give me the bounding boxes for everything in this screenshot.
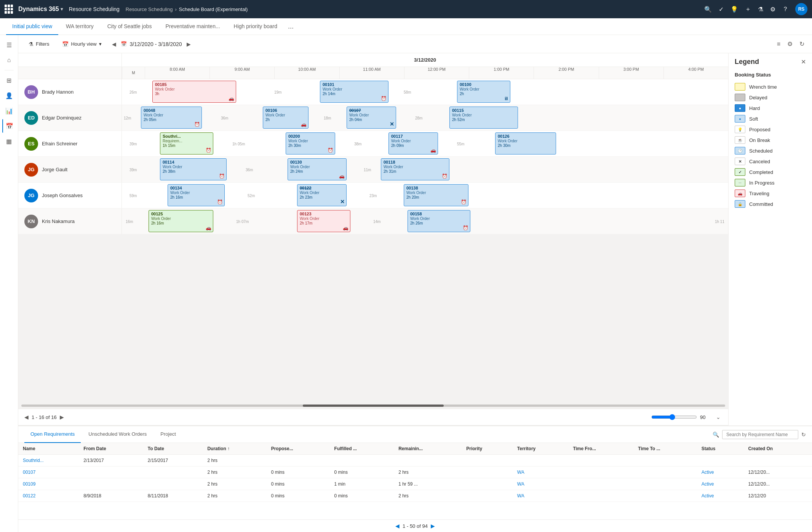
- col-header-todate[interactable]: To Date: [143, 443, 203, 455]
- col-header-fulfilled[interactable]: Fulfilled ...: [330, 443, 394, 455]
- add-icon[interactable]: ＋: [745, 5, 751, 13]
- row-status-3[interactable]: Active: [702, 493, 714, 499]
- tab-city-seattle[interactable]: City of Seattle jobs: [101, 18, 158, 35]
- legend-label-delayed: Delayed: [749, 95, 767, 100]
- time-slot-1pm: 1:00 PM: [469, 67, 534, 79]
- left-sidebar: ☰ ⌂ ⊞ 👤 📊 📅 ▦: [0, 35, 18, 532]
- gap-joseph-1: 59m: [129, 193, 137, 198]
- col-header-fromdate[interactable]: From Date: [79, 443, 143, 455]
- col-header-remaining[interactable]: Remainin...: [394, 443, 462, 455]
- bottom-tab-unscheduled[interactable]: Unscheduled Work Orders: [82, 426, 153, 443]
- col-header-name[interactable]: Name: [18, 443, 79, 455]
- tab-wa-territory[interactable]: WA territory: [60, 18, 100, 35]
- booking-00200[interactable]: 00200 Work Order 2h 30m ⏰: [286, 132, 335, 155]
- booking-00185[interactable]: 00185 Work Order 3h 🚗: [152, 81, 236, 103]
- booking-00126[interactable]: 00126 Work Order 2h 30m: [495, 132, 556, 155]
- booking-00118[interactable]: 00118 Work Order 2h 31m ⏰: [381, 158, 449, 180]
- bottom-tab-project[interactable]: Project: [154, 426, 182, 443]
- booking-00048[interactable]: 00048 Work Order 2h 05m ⏰: [141, 107, 202, 129]
- sidebar-home-icon[interactable]: ⌂: [2, 53, 16, 67]
- bottom-tab-open-requirements[interactable]: Open Requirements: [24, 426, 81, 443]
- row-name-00107[interactable]: 00107: [23, 470, 35, 475]
- row-name-00122[interactable]: 00122: [23, 493, 35, 499]
- col-header-proposed[interactable]: Propose...: [267, 443, 330, 455]
- tab-high-priority[interactable]: High priority board: [228, 18, 283, 35]
- booking-00107[interactable]: 00107 Work Order 2h 04m ✕: [347, 107, 396, 129]
- avatar-brady: BH: [24, 85, 38, 99]
- row-territory-3[interactable]: WA: [517, 493, 524, 499]
- sidebar-people-icon[interactable]: 👤: [2, 89, 16, 102]
- col-header-duration[interactable]: Duration ↑: [203, 443, 266, 455]
- sidebar-menu-icon[interactable]: ☰: [2, 38, 16, 52]
- search-topbar-icon[interactable]: 🔍: [704, 6, 712, 13]
- list-view-icon[interactable]: ≡: [775, 39, 782, 49]
- tab-preventative[interactable]: Preventative mainten...: [159, 18, 226, 35]
- booking-00115[interactable]: 00115 Work Order 2h 52m: [449, 107, 518, 129]
- prev-page-button[interactable]: ◀: [24, 414, 29, 420]
- row-priority-3: [462, 490, 513, 502]
- legend-swatch-delayed: [735, 94, 745, 101]
- checklist-icon[interactable]: ✓: [719, 6, 724, 13]
- user-avatar[interactable]: RS: [795, 3, 807, 15]
- booking-00134[interactable]: 00134 Work Order 2h 16m ⏰: [168, 184, 225, 206]
- table-container[interactable]: Name From Date To Date Duration ↑ Propos…: [18, 443, 812, 519]
- row-status-2[interactable]: Active: [702, 481, 714, 487]
- filters-button[interactable]: ⚗ Filters: [24, 38, 53, 50]
- row-territory-1[interactable]: WA: [517, 470, 524, 475]
- refresh-icon[interactable]: ↻: [798, 39, 806, 49]
- booking-00117[interactable]: 00117 Work Order 2h 09m 🚗: [388, 132, 438, 155]
- col-header-priority[interactable]: Priority: [462, 443, 513, 455]
- bottom-next-button[interactable]: ▶: [431, 523, 435, 529]
- sidebar-calendar-icon[interactable]: 📅: [2, 119, 16, 133]
- booking-00122[interactable]: 00122 Work Order 2h 23m ✕: [297, 184, 347, 206]
- view-selector-button[interactable]: 📅 Hourly view ▾: [58, 38, 105, 50]
- row-status-1[interactable]: Active: [702, 470, 714, 475]
- schedule-body[interactable]: BH Brady Hannon 26m 00185 Work Order 3h …: [18, 79, 728, 403]
- filter-topbar-icon[interactable]: ⚗: [758, 6, 763, 13]
- next-page-button[interactable]: ▶: [60, 414, 64, 420]
- horizontal-scrollbar[interactable]: [21, 405, 725, 407]
- booking-00138[interactable]: 00138 Work Order 2h 20m ⏰: [404, 184, 468, 206]
- col-header-timeto[interactable]: Time To ...: [633, 443, 697, 455]
- booking-00114[interactable]: 00114 Work Order 2h 38m ⏰: [160, 158, 227, 180]
- app-launcher-icon[interactable]: [5, 5, 14, 14]
- col-header-territory[interactable]: Territory: [513, 443, 569, 455]
- brand-chevron[interactable]: ▾: [61, 6, 63, 12]
- breadcrumb-item-1[interactable]: Resource Scheduling: [126, 6, 173, 12]
- help-icon[interactable]: ？: [782, 5, 788, 13]
- legend-close-button[interactable]: ✕: [801, 58, 806, 65]
- tabs-more-button[interactable]: ...: [285, 22, 297, 30]
- sidebar-grid-icon[interactable]: ▦: [2, 134, 16, 148]
- resource-name-jorge: Jorge Gault: [42, 167, 67, 172]
- row-territory-2[interactable]: WA: [517, 481, 524, 487]
- tab-initial-public-view[interactable]: Initial public view: [6, 18, 58, 35]
- col-header-timefrom[interactable]: Time Fro...: [568, 443, 633, 455]
- gap-jorge-1: 39m: [129, 167, 137, 172]
- row-name-00109[interactable]: 00109: [23, 481, 35, 487]
- bottom-refresh-icon[interactable]: ↻: [801, 432, 806, 438]
- booking-00158[interactable]: 00158 Work Order 2h 26m ⏰: [408, 210, 470, 232]
- zoom-slider[interactable]: [651, 414, 697, 420]
- sidebar-sitemap-icon[interactable]: ⊞: [2, 73, 16, 87]
- legend-item-traveling: 🚗 Traveling: [735, 188, 806, 199]
- booking-00123[interactable]: 00123 Work Order 2h 17m 🚗: [297, 210, 350, 232]
- lightbulb-icon[interactable]: 💡: [730, 6, 738, 13]
- booking-00100[interactable]: 00100 Work Order 2h 🖥: [457, 81, 510, 103]
- col-header-created[interactable]: Created On: [743, 443, 812, 455]
- row-name-southrid[interactable]: Southrid...: [23, 458, 44, 463]
- row-todate-0: 2/15/2017: [143, 455, 203, 467]
- booking-southri[interactable]: Southri... Requirem... 1h 15m ⏰: [160, 132, 213, 155]
- settings-board-icon[interactable]: ⚙: [786, 39, 794, 49]
- booking-00106[interactable]: 00106 Work Order 2h 🚗: [263, 107, 308, 129]
- sidebar-chart-icon[interactable]: 📊: [2, 104, 16, 118]
- booking-00125[interactable]: 00125 Work Order 2h 16m 🚗: [149, 210, 213, 232]
- col-header-status[interactable]: Status: [697, 443, 744, 455]
- bottom-prev-button[interactable]: ◀: [395, 523, 400, 529]
- booking-00101[interactable]: 00101 Work Order 2h 14m ⏰: [320, 81, 388, 103]
- date-next-button[interactable]: ▶: [185, 40, 192, 49]
- bottom-search-input[interactable]: [722, 430, 798, 439]
- date-prev-button[interactable]: ◀: [110, 40, 118, 49]
- booking-00130[interactable]: 00130 Work Order 2h 24m 🚗: [288, 158, 347, 180]
- expand-button[interactable]: ⌄: [714, 413, 722, 422]
- settings-topbar-icon[interactable]: ⚙: [770, 6, 775, 13]
